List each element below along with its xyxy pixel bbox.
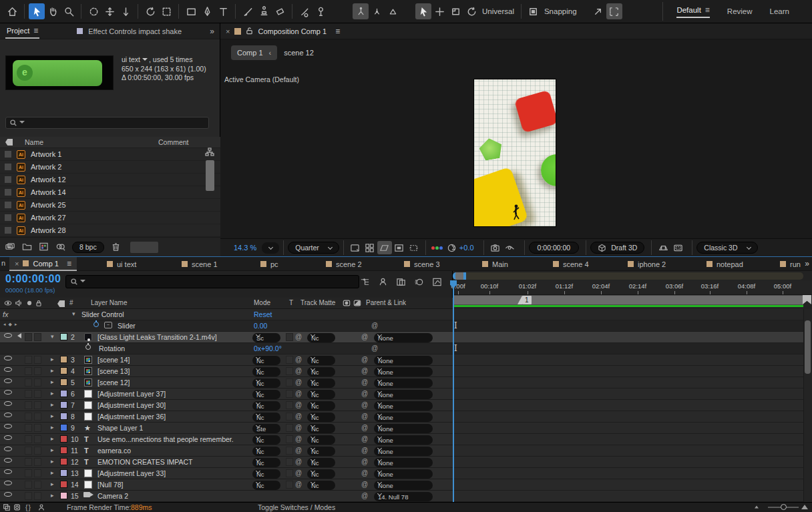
item-name[interactable]: Artwork 12 xyxy=(31,176,66,184)
mode-select[interactable]: Ste xyxy=(252,424,280,433)
mode-column-header[interactable]: Mode xyxy=(254,299,270,306)
timeline-zoom-knob[interactable] xyxy=(781,504,787,510)
layer-name[interactable]: [Adjustment Layer 33] xyxy=(97,469,166,477)
audio-icon[interactable] xyxy=(15,333,21,338)
pen-tool[interactable] xyxy=(199,3,215,19)
snapping-box-icon[interactable] xyxy=(526,3,542,19)
property-row[interactable]: ◂◆▸ ~ Slider 0.00 @ xyxy=(0,320,453,332)
matte-pick-whip-icon[interactable]: @ xyxy=(295,458,302,465)
orbit-camera-tool[interactable] xyxy=(85,3,102,19)
track-row[interactable] xyxy=(453,332,803,343)
layer-name[interactable]: [scene 12] xyxy=(97,378,130,387)
solo-cell[interactable] xyxy=(25,481,32,489)
track-row[interactable] xyxy=(453,434,803,445)
lock-cell[interactable] xyxy=(34,481,41,489)
solo-cell[interactable] xyxy=(25,424,32,432)
rotate-gizmo-icon[interactable] xyxy=(463,3,479,19)
tab-label[interactable]: scene 2 xyxy=(336,260,362,268)
shy-toggle-icon[interactable] xyxy=(377,276,389,287)
parent-pick-whip-icon[interactable]: @ xyxy=(361,356,368,363)
shy-icon[interactable] xyxy=(37,503,45,512)
parent-select[interactable]: None xyxy=(374,401,433,411)
parent-pick-whip-icon[interactable]: @ xyxy=(361,481,368,488)
lock-cell[interactable] xyxy=(34,401,41,409)
solo-cell[interactable] xyxy=(25,458,32,466)
lock-cell[interactable] xyxy=(34,367,41,375)
zoom-dropdown[interactable] xyxy=(262,242,279,254)
matte-pick-whip-icon[interactable]: @ xyxy=(295,447,302,454)
track-row[interactable] xyxy=(453,354,803,366)
timeline-tab-iphone-2[interactable]: iphone 2 xyxy=(628,257,666,271)
panel-menu-icon[interactable]: ≡ xyxy=(67,259,71,268)
matte-cell[interactable] xyxy=(286,356,293,364)
time-ruler[interactable]: 0:00f 00:10f 01:02f 01:12f 02:04f 02:14f… xyxy=(453,280,812,295)
layer-row-6[interactable]: ▸ 6 [Adjustment Layer 37] Nc@Nc @ None xyxy=(0,389,453,400)
reset-link[interactable]: Reset xyxy=(254,310,272,318)
eye-icon[interactable] xyxy=(4,390,12,395)
track-row[interactable] xyxy=(453,479,803,491)
universal-label[interactable]: Universal xyxy=(482,7,514,15)
collapse-arrow-icon[interactable]: ▾ xyxy=(51,333,54,340)
rgb-channels-icon[interactable] xyxy=(430,241,445,254)
solo-cell[interactable] xyxy=(25,413,32,421)
tab-label[interactable]: Comp 1 xyxy=(33,260,59,268)
workspace-menu-icon[interactable]: ≡ xyxy=(705,5,710,15)
layer-name[interactable]: earnera.co xyxy=(97,447,131,455)
tab-label[interactable]: pc xyxy=(270,260,278,268)
timeline-tab-scene-2[interactable]: scene 2 xyxy=(326,257,362,271)
mode-select[interactable]: Nc xyxy=(252,469,280,479)
track-row[interactable] xyxy=(453,411,803,423)
parent-select[interactable]: None xyxy=(374,435,433,445)
parent-select[interactable]: 14. Null 78 xyxy=(374,492,433,501)
view-layout-icon[interactable] xyxy=(670,241,685,254)
track-matte-select[interactable]: Nc xyxy=(307,333,335,342)
composition-viewport[interactable] xyxy=(473,79,556,227)
project-scrollbar[interactable] xyxy=(206,160,214,191)
panel-menu-icon[interactable]: ≡ xyxy=(33,26,38,35)
parent-pick-whip-icon[interactable]: @ xyxy=(361,435,368,443)
solo-cell[interactable] xyxy=(25,390,32,398)
item-name[interactable]: Artwork 14 xyxy=(31,188,66,196)
proxy-icon[interactable] xyxy=(55,242,65,253)
parent-pick-whip-icon[interactable]: @ xyxy=(361,458,368,465)
blank-button[interactable] xyxy=(130,242,158,253)
layer-name-column-header[interactable]: Layer Name xyxy=(91,299,127,306)
layer-color-swatch[interactable] xyxy=(60,401,67,409)
tab-label[interactable]: scene 4 xyxy=(563,260,589,268)
matte-pick-whip-icon[interactable]: @ xyxy=(295,435,302,443)
frame-blend-toggle-icon[interactable] xyxy=(395,276,407,287)
clone-stamp-tool[interactable] xyxy=(256,3,272,19)
matte-cell[interactable] xyxy=(286,458,293,466)
trash-icon[interactable] xyxy=(111,242,121,253)
track-row[interactable] xyxy=(453,377,803,389)
eye-icon[interactable] xyxy=(4,469,12,474)
matte-pick-whip-icon[interactable]: @ xyxy=(295,469,302,477)
lock-cell[interactable] xyxy=(34,458,41,466)
expand-arrow-icon[interactable]: ▸ xyxy=(51,413,54,419)
more-panels-icon[interactable]: » xyxy=(210,27,214,36)
matte-cell[interactable] xyxy=(286,378,293,387)
parent-select[interactable]: None xyxy=(374,447,433,456)
breadcrumb-parent[interactable]: scene 12 xyxy=(284,49,314,57)
project-item[interactable]: Ai Artwork 14 xyxy=(0,186,220,199)
layer-name[interactable]: [scene 13] xyxy=(97,367,130,375)
matte-cell[interactable] xyxy=(286,435,293,443)
layer-color-swatch[interactable] xyxy=(60,333,67,340)
matte-pick-whip-icon[interactable]: @ xyxy=(295,367,302,374)
track-matte-select[interactable]: Nc xyxy=(307,424,335,433)
tab-label[interactable]: scene 1 xyxy=(192,260,218,268)
parent-select[interactable]: None xyxy=(374,469,433,479)
tab-label[interactable]: Main xyxy=(492,260,508,268)
item-name[interactable]: Artwork 28 xyxy=(31,226,66,234)
matte-cell[interactable] xyxy=(286,447,293,455)
layer-row-3[interactable]: ▸ 3 [scene 14] Nc@Nc @ None xyxy=(0,354,453,366)
tab-label[interactable]: ui text xyxy=(117,260,136,268)
expand-arrow-icon[interactable]: ▸ xyxy=(51,367,54,374)
timeline-scrollbar[interactable] xyxy=(805,320,811,374)
solo-cell[interactable] xyxy=(25,367,32,375)
track-row[interactable] xyxy=(453,468,803,479)
show-snapshot-icon[interactable] xyxy=(503,241,518,254)
track-matte-select[interactable]: Nc xyxy=(307,390,335,399)
resolution-select[interactable]: Quarter xyxy=(288,242,339,254)
track-row[interactable] xyxy=(453,400,803,411)
